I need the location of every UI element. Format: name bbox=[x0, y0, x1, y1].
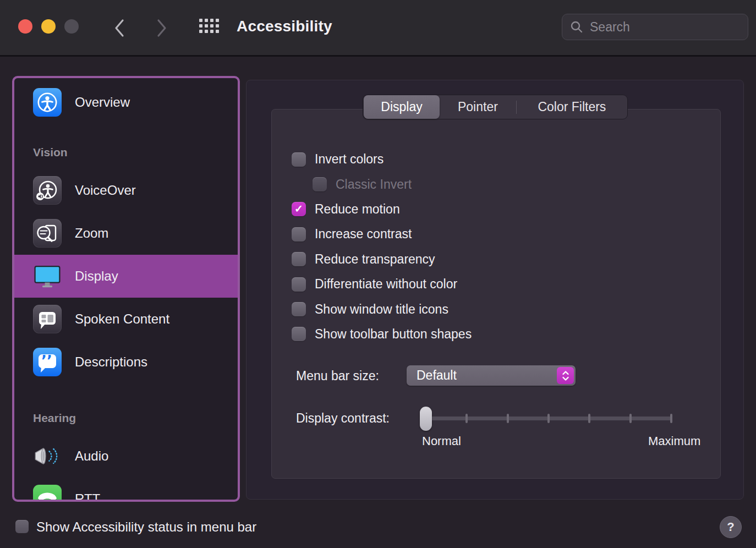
slider-tick bbox=[547, 414, 550, 423]
show-accessibility-status-label: Show Accessibility status in menu bar bbox=[36, 519, 256, 535]
help-button[interactable]: ? bbox=[720, 516, 742, 538]
minimize-window-button[interactable] bbox=[41, 19, 56, 34]
sidebar-item-descriptions[interactable]: ’’ Descriptions bbox=[14, 341, 238, 383]
classic-invert-checkbox: ✓ bbox=[313, 177, 327, 191]
slider-min-label: Normal bbox=[422, 434, 461, 448]
content-pane: Display Pointer Color Filters ✓ Invert c… bbox=[246, 80, 744, 500]
search-field[interactable] bbox=[562, 14, 748, 40]
sidebar-section-vision: Vision bbox=[33, 144, 238, 161]
display-monitor-icon bbox=[33, 262, 62, 291]
increase-contrast-checkbox[interactable]: ✓ bbox=[292, 227, 306, 242]
sidebar-item-audio[interactable]: Audio bbox=[14, 435, 238, 478]
show-all-grid-icon[interactable] bbox=[199, 19, 219, 33]
voiceover-icon bbox=[33, 176, 62, 205]
titlebar: Accessibility bbox=[0, 0, 756, 57]
accessibility-overview-icon bbox=[33, 88, 62, 117]
menu-bar-size-row: Menu bar size: Default bbox=[296, 365, 703, 387]
display-contrast-label: Display contrast: bbox=[296, 411, 390, 426]
forward-button[interactable] bbox=[152, 17, 171, 40]
checkbox-row-show-window-title-icons[interactable]: ✓ Show window title icons bbox=[292, 297, 699, 321]
sidebar-item-rtt[interactable]: RTT bbox=[14, 478, 238, 502]
menu-bar-size-label: Menu bar size: bbox=[296, 369, 379, 383]
sidebar-item-zoom[interactable]: Zoom bbox=[14, 212, 238, 255]
checkbox-list: ✓ Invert colors ✓ Classic Invert ✓ Reduc… bbox=[292, 147, 699, 347]
show-toolbar-button-shapes-checkbox[interactable]: ✓ bbox=[292, 327, 306, 341]
spoken-content-icon bbox=[33, 305, 62, 333]
back-button[interactable] bbox=[110, 17, 129, 40]
slider-max-label: Maximum bbox=[648, 434, 700, 448]
search-input[interactable] bbox=[590, 20, 740, 35]
slider-tick bbox=[588, 414, 590, 423]
accessibility-preferences-window: Accessibility bbox=[0, 0, 756, 548]
tab-pointer[interactable]: Pointer bbox=[440, 95, 516, 119]
audio-speaker-icon bbox=[33, 442, 62, 470]
chevron-right-icon bbox=[156, 19, 168, 37]
question-mark-icon: ? bbox=[727, 520, 734, 534]
slider-tick bbox=[670, 414, 672, 423]
popup-stepper-icon bbox=[557, 367, 574, 384]
slider-tick bbox=[465, 414, 468, 423]
display-contrast-slider[interactable] bbox=[424, 407, 672, 431]
checkbox-row-reduce-motion[interactable]: ✓ Reduce motion bbox=[292, 197, 699, 222]
show-accessibility-status-checkbox[interactable] bbox=[15, 520, 29, 533]
descriptions-icon: ’’ bbox=[33, 348, 62, 376]
tab-bar: Display Pointer Color Filters bbox=[363, 95, 628, 119]
checkbox-row-invert-colors[interactable]: ✓ Invert colors bbox=[292, 147, 699, 172]
sidebar-item-voiceover[interactable]: VoiceOver bbox=[14, 169, 238, 212]
zoom-icon bbox=[33, 219, 62, 248]
sidebar-section-hearing: Hearing bbox=[33, 410, 238, 426]
differentiate-without-color-checkbox[interactable]: ✓ bbox=[292, 277, 306, 292]
checkbox-row-show-toolbar-button-shapes[interactable]: ✓ Show toolbar button shapes bbox=[292, 322, 699, 347]
slider-tick bbox=[629, 414, 632, 423]
chevron-left-icon bbox=[113, 19, 125, 37]
svg-text:’’: ’’ bbox=[41, 353, 52, 369]
sidebar-item-overview[interactable]: Overview bbox=[14, 81, 238, 124]
slider-tick bbox=[507, 414, 509, 423]
reduce-motion-checkbox[interactable]: ✓ bbox=[292, 202, 306, 216]
page-title: Accessibility bbox=[237, 18, 332, 35]
tab-color-filters[interactable]: Color Filters bbox=[517, 95, 627, 119]
show-window-title-icons-checkbox[interactable]: ✓ bbox=[292, 302, 306, 316]
menu-bar-size-popup[interactable]: Default bbox=[407, 365, 576, 386]
display-tab-groupbox: ✓ Invert colors ✓ Classic Invert ✓ Reduc… bbox=[271, 109, 721, 479]
sidebar-item-display[interactable]: Display bbox=[14, 255, 238, 298]
slider-thumb[interactable] bbox=[420, 407, 432, 431]
rtt-phone-icon bbox=[33, 485, 62, 502]
invert-colors-checkbox[interactable]: ✓ bbox=[292, 152, 306, 167]
search-icon bbox=[570, 20, 583, 34]
checkbox-row-increase-contrast[interactable]: ✓ Increase contrast bbox=[292, 222, 699, 246]
close-window-button[interactable] bbox=[18, 19, 32, 34]
checkbox-row-differentiate-without-color[interactable]: ✓ Differentiate without color bbox=[292, 272, 699, 297]
checkbox-row-reduce-transparency[interactable]: ✓ Reduce transparency bbox=[292, 247, 699, 272]
sidebar: Overview Vision VoiceOver bbox=[12, 76, 240, 502]
sidebar-item-spoken-content[interactable]: Spoken Content bbox=[14, 298, 238, 341]
tab-display[interactable]: Display bbox=[364, 95, 440, 119]
reduce-transparency-checkbox[interactable]: ✓ bbox=[292, 252, 306, 266]
checkbox-row-classic-invert: ✓ Classic Invert bbox=[292, 172, 699, 196]
display-contrast-row: Display contrast: Normal Maximum bbox=[296, 407, 703, 456]
zoom-window-button[interactable] bbox=[64, 19, 79, 34]
